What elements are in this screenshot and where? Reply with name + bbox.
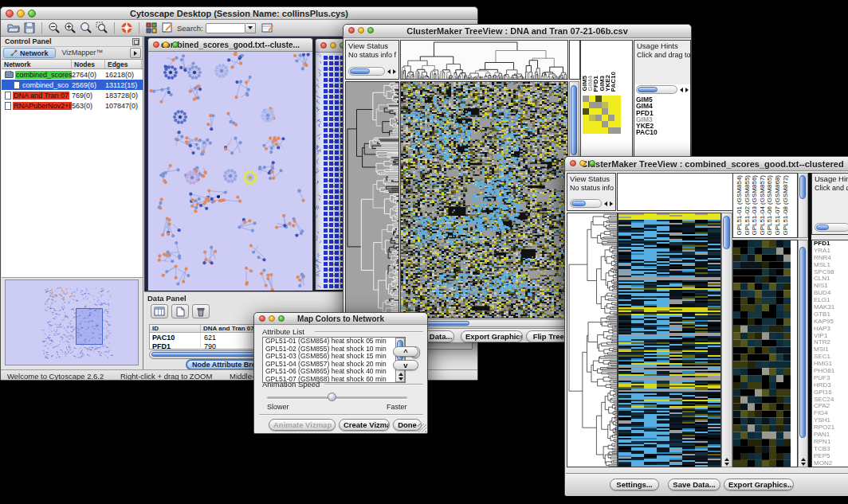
matrix-cell[interactable] — [595, 108, 602, 115]
matrix-cell[interactable] — [602, 121, 608, 127]
matrix-cell[interactable] — [602, 108, 608, 115]
zoom-window-icon[interactable] — [589, 160, 595, 166]
overview-selection-rect[interactable] — [76, 308, 103, 345]
scrollbar-thumb[interactable] — [571, 85, 577, 155]
matrix-cell[interactable] — [608, 102, 614, 108]
network-row[interactable]: combined_sco2569(6)13112(15) — [2, 80, 143, 90]
search-input[interactable] — [206, 23, 245, 33]
scroll-up-icon[interactable] — [724, 458, 729, 461]
scroll-left-icon[interactable] — [680, 88, 683, 92]
minimize-icon[interactable] — [330, 42, 336, 49]
minimize-icon[interactable] — [579, 160, 586, 166]
tv1-heatmap-canvas[interactable] — [401, 82, 567, 318]
tv2-zoom-heatmap-canvas[interactable] — [733, 240, 791, 467]
matrix-cell[interactable] — [595, 127, 602, 134]
scroll-down-icon[interactable] — [801, 463, 806, 466]
matrix-cell[interactable] — [589, 127, 595, 134]
delete-trash-icon[interactable] — [192, 304, 210, 318]
network-view-window[interactable]: combined_scores_good.txt--cluste... — [147, 37, 313, 291]
matrix-cell[interactable] — [583, 127, 589, 134]
open-file-icon[interactable] — [6, 21, 22, 35]
scrollbar-track[interactable] — [570, 199, 602, 208]
matrix-cell[interactable] — [602, 127, 608, 134]
scroll-up-icon[interactable] — [801, 458, 806, 461]
matrix-cell[interactable] — [614, 96, 621, 102]
network-row[interactable]: RNAPuberNov2+I563(0)107847(0) — [2, 100, 143, 111]
tv2-col-label[interactable]: GPL51-01 (GSM854) — [736, 175, 743, 236]
scroll-left-icon[interactable] — [604, 201, 607, 206]
tv1-column-dendrogram[interactable] — [401, 41, 567, 79]
network-view-titlebar[interactable]: combined_scores_good.txt--cluste... — [148, 38, 312, 52]
scrollbar-track[interactable] — [815, 223, 848, 232]
dialog-titlebar[interactable]: Map Colors to Network — [254, 313, 427, 325]
matrix-cell[interactable] — [589, 115, 595, 121]
scroll-down-icon[interactable] — [724, 463, 729, 466]
export-graphics-button[interactable]: Export Graphics... — [724, 479, 794, 490]
tv1-zoom-matrix[interactable] — [583, 96, 621, 134]
column-header-id[interactable]: ID — [150, 325, 201, 332]
matrix-cell[interactable] — [608, 115, 614, 121]
scrollbar-track[interactable] — [636, 85, 677, 94]
minimize-icon[interactable] — [163, 41, 169, 48]
matrix-cell[interactable] — [608, 96, 614, 102]
matrix-cell[interactable] — [602, 96, 608, 102]
node-attribute-browser-button[interactable]: Node Attribute Browser — [186, 359, 260, 370]
tv2-row-dendrogram[interactable] — [567, 213, 617, 467]
treeview-combined-titlebar[interactable]: ClusterMaker TreeView : combined_scores_… — [565, 157, 848, 171]
move-up-button[interactable]: ^ — [393, 346, 418, 357]
treeview-dna-titlebar[interactable]: ClusterMaker TreeView : DNA and Tran 07-… — [344, 25, 691, 38]
zoom-window-icon[interactable] — [172, 41, 179, 48]
column-header-nodes[interactable]: Nodes — [72, 60, 105, 68]
matrix-cell[interactable] — [614, 127, 621, 134]
animate-vizmap-button[interactable]: Animate Vizmap — [269, 419, 336, 431]
tv2-col-label[interactable]: GPL51-03 (GSM856) — [752, 175, 758, 236]
matrix-cell[interactable] — [589, 102, 595, 108]
scroll-right-icon[interactable] — [685, 88, 689, 92]
matrix-cell[interactable] — [589, 121, 595, 127]
close-icon[interactable] — [6, 10, 14, 18]
tv2-col-label[interactable]: GPL51-06 (GSM865) — [767, 175, 773, 236]
matrix-cell[interactable] — [608, 108, 614, 115]
overview-canvas[interactable] — [6, 280, 138, 365]
scroll-right-icon[interactable] — [393, 69, 396, 74]
close-icon[interactable] — [259, 315, 265, 322]
slider-thumb[interactable] — [328, 393, 336, 401]
tv1-col-label[interactable]: PAC10 — [610, 72, 617, 92]
zoom-window-icon[interactable] — [28, 10, 36, 18]
tv2-vscrollbar[interactable] — [721, 213, 732, 467]
select-attributes-icon[interactable] — [151, 304, 168, 318]
network-overview-panel[interactable] — [5, 279, 139, 365]
zoom-in-icon[interactable] — [62, 21, 78, 35]
close-icon[interactable] — [320, 42, 327, 49]
vizmapper-icon[interactable] — [143, 21, 159, 35]
zoom-window-icon[interactable] — [367, 27, 374, 33]
matrix-cell[interactable] — [595, 115, 602, 121]
scrollbar-thumb[interactable] — [723, 216, 730, 249]
matrix-cell[interactable] — [583, 108, 589, 115]
tv2-gene-vscrollbar[interactable] — [798, 240, 808, 467]
zoom-out-icon[interactable] — [46, 21, 62, 35]
minimize-icon[interactable] — [17, 10, 25, 18]
scrollbar-thumb[interactable] — [799, 247, 806, 438]
search-dropdown-icon[interactable] — [245, 23, 256, 33]
matrix-cell[interactable] — [614, 121, 621, 127]
matrix-cell[interactable] — [608, 127, 614, 134]
matrix-cell[interactable] — [583, 96, 589, 102]
network-canvas[interactable] — [148, 52, 312, 291]
scroll-left-icon[interactable] — [387, 69, 391, 74]
float-panel-icon[interactable] — [132, 38, 139, 45]
tv2-col-label[interactable]: GPL51-04 (GSM857) — [760, 175, 766, 236]
matrix-cell[interactable] — [589, 96, 595, 102]
close-icon[interactable] — [153, 41, 159, 48]
save-data-button[interactable]: Save Data... — [668, 479, 720, 490]
minimize-icon[interactable] — [358, 27, 364, 33]
zoom-window-icon[interactable] — [278, 315, 285, 322]
tv2-col-label[interactable]: GPL51-07 (GSM868) — [775, 175, 781, 236]
tv2-heatmap-canvas[interactable] — [618, 213, 720, 467]
minimize-icon[interactable] — [269, 315, 275, 322]
matrix-cell[interactable] — [602, 102, 608, 108]
tv1-row-dendrogram[interactable] — [346, 82, 398, 318]
help-lifering-icon[interactable] — [119, 21, 135, 35]
scrollbar-thumb[interactable] — [799, 175, 806, 199]
matrix-cell[interactable] — [595, 102, 602, 108]
